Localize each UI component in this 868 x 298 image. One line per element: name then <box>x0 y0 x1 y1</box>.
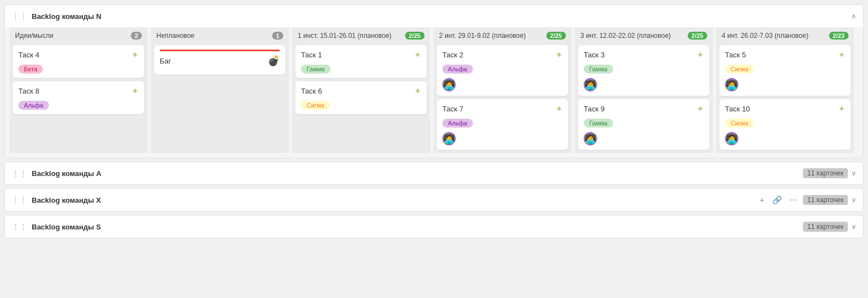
card-task1[interactable]: Таск 1 ✦ Гамма <box>295 45 427 78</box>
card-task4-title: Таск 4 <box>18 51 40 59</box>
plus-icon-x[interactable]: + <box>758 194 767 206</box>
card-task7-avatar: 🧑‍💻 <box>442 132 456 145</box>
card-task5-top: Таск 5 ✦ <box>725 50 845 60</box>
drag-handle-s[interactable]: ⋮⋮ <box>12 222 27 231</box>
link-icon-x[interactable]: 🔗 <box>770 194 784 206</box>
column-sprint2-badge: 2/25 <box>546 32 566 40</box>
column-unplanned-header: Неплановое 1 <box>151 27 289 43</box>
card-task5-title: Таск 5 <box>725 51 746 59</box>
card-task2-title: Таск 2 <box>442 51 463 59</box>
chevron-n-icon[interactable]: ∧ <box>851 12 856 20</box>
group-s-meta: 11 карточек ∨ <box>803 222 856 232</box>
column-unplanned-cards: Баг 💣 <box>151 43 289 153</box>
column-sprint3-header: 3 инт. 12.02-22.02 (плановое) 2/25 <box>575 27 713 43</box>
column-ideas-title: Идеи/мысли <box>15 32 127 40</box>
group-s: ⋮⋮ Backlog команды S 11 карточек ∨ <box>4 215 864 238</box>
chevron-x-icon[interactable]: ∨ <box>851 196 856 204</box>
group-x-header[interactable]: ⋮⋮ Backlog команды X + 🔗 ⋯ 11 карточек ∨ <box>5 189 863 211</box>
card-task7-star: ✦ <box>555 104 563 114</box>
card-task10[interactable]: Таск 10 ✦ Сигма 🧑‍💻 <box>719 99 851 150</box>
kanban-board-n: Идеи/мысли 2 Таск 4 ✦ Бета <box>5 27 863 158</box>
bug-icon: 💣 <box>268 55 280 67</box>
card-task6-tag: Сигма <box>301 101 330 110</box>
card-task3-avatar: 🧑‍💻 <box>584 78 597 91</box>
column-sprint4: 4 инт. 26.02-7.03 (плановое) 2/23 Таск 5… <box>716 27 854 153</box>
chevron-s-icon[interactable]: ∨ <box>851 223 856 231</box>
card-task4-tag: Бета <box>18 65 43 74</box>
card-task9-top: Таск 9 ✦ <box>584 104 704 114</box>
column-ideas-header: Идеи/мысли 2 <box>9 27 147 43</box>
card-task2[interactable]: Таск 2 ✦ Альфа 🧑‍💻 <box>437 45 568 96</box>
card-task2-avatar: 🧑‍💻 <box>442 78 456 91</box>
group-x-title: Backlog команды X <box>32 196 758 204</box>
group-s-title: Backlog команды S <box>32 223 803 231</box>
chevron-a-icon[interactable]: ∨ <box>851 169 856 177</box>
card-task10-avatar: 🧑‍💻 <box>725 132 738 145</box>
card-task10-star: ✦ <box>838 104 845 114</box>
card-task10-title: Таск 10 <box>725 105 750 113</box>
column-sprint1-title: 1 инст. 15.01-26.01 (плановое) <box>298 32 402 40</box>
column-sprint4-title: 4 инт. 26.02-7.03 (плановое) <box>722 32 826 40</box>
card-bug-top: Баг 💣 <box>160 55 280 67</box>
column-ideas-cards: Таск 4 ✦ Бета Таск 8 ✦ Альфа <box>9 43 147 153</box>
column-sprint3-badge: 2/25 <box>688 32 707 40</box>
card-task5[interactable]: Таск 5 ✦ Сигма 🧑‍💻 <box>719 45 851 96</box>
card-task8-top: Таск 8 ✦ <box>18 86 139 96</box>
more-icon-x[interactable]: ⋯ <box>787 194 800 206</box>
card-task8-star: ✦ <box>131 86 139 96</box>
card-task5-avatar: 🧑‍💻 <box>725 78 738 91</box>
card-task9-avatar: 🧑‍💻 <box>584 132 597 145</box>
group-a-title: Backlog команды A <box>32 169 803 178</box>
group-s-header[interactable]: ⋮⋮ Backlog команды S 11 карточек ∨ <box>5 216 863 238</box>
column-sprint3: 3 инт. 12.02-22.02 (плановое) 2/25 Таск … <box>575 27 713 153</box>
card-task8-title: Таск 8 <box>18 87 40 95</box>
card-task8-tag: Альфа <box>18 101 49 110</box>
card-task3-star: ✦ <box>697 50 704 60</box>
avatar-img-task2: 🧑‍💻 <box>442 78 456 91</box>
avatar-img-task9: 🧑‍💻 <box>584 132 597 145</box>
column-ideas: Идеи/мысли 2 Таск 4 ✦ Бета <box>9 27 147 153</box>
card-task3[interactable]: Таск 3 ✦ Гамма 🧑‍💻 <box>578 45 709 96</box>
group-n: ⋮⋮ Backlog команды N ∧ Идеи/мысли 2 Таск… <box>4 4 864 158</box>
board-container: ⋮⋮ Backlog команды N ∧ Идеи/мысли 2 Таск… <box>0 0 868 246</box>
column-sprint2-title: 2 инт. 29.01-9.02 (плановое) <box>439 32 543 40</box>
group-a: ⋮⋮ Backlog команды A 11 карточек ∨ <box>4 162 864 185</box>
group-x-meta: + 🔗 ⋯ 11 карточек ∨ <box>758 194 856 206</box>
card-task6-top: Таск 6 ✦ <box>301 86 421 96</box>
card-task9-title: Таск 9 <box>584 105 605 113</box>
group-a-meta: 11 карточек ∨ <box>803 168 856 178</box>
card-task2-top: Таск 2 ✦ <box>442 50 563 60</box>
column-unplanned: Неплановое 1 Баг 💣 <box>151 27 289 153</box>
column-sprint1-cards: Таск 1 ✦ Гамма Таск 6 ✦ Сигма <box>292 43 430 153</box>
drag-handle-x[interactable]: ⋮⋮ <box>12 196 27 204</box>
column-sprint4-header: 4 инт. 26.02-7.03 (плановое) 2/23 <box>716 27 854 43</box>
card-task5-tag: Сигма <box>725 65 754 74</box>
card-task9-star: ✦ <box>697 104 704 114</box>
column-sprint1-header: 1 инст. 15.01-26.01 (плановое) 2/25 <box>292 27 430 43</box>
card-task1-top: Таск 1 ✦ <box>301 50 421 60</box>
column-sprint2: 2 инт. 29.01-9.02 (плановое) 2/25 Таск 2… <box>433 27 571 153</box>
avatar-img-task7: 🧑‍💻 <box>442 132 456 145</box>
card-task4[interactable]: Таск 4 ✦ Бета <box>13 45 144 78</box>
card-task1-title: Таск 1 <box>301 51 322 59</box>
drag-handle-a[interactable]: ⋮⋮ <box>12 169 27 178</box>
card-task2-star: ✦ <box>555 50 563 60</box>
card-task7[interactable]: Таск 7 ✦ Альфа 🧑‍💻 <box>437 99 568 150</box>
column-unplanned-badge: 1 <box>272 32 283 40</box>
card-task6-title: Таск 6 <box>301 87 322 95</box>
group-s-count: 11 карточек <box>803 222 848 232</box>
card-task7-top: Таск 7 ✦ <box>442 104 563 114</box>
card-task9[interactable]: Таск 9 ✦ Гамма 🧑‍💻 <box>578 99 709 150</box>
column-ideas-badge: 2 <box>131 32 142 40</box>
card-task3-top: Таск 3 ✦ <box>584 50 704 60</box>
card-task5-star: ✦ <box>838 50 845 60</box>
card-task6[interactable]: Таск 6 ✦ Сигма <box>295 81 427 114</box>
drag-handle-n[interactable]: ⋮⋮ <box>12 12 27 21</box>
column-sprint4-badge: 2/23 <box>829 32 849 40</box>
card-bug[interactable]: Баг 💣 <box>154 45 285 75</box>
group-a-header[interactable]: ⋮⋮ Backlog команды A 11 карточек ∨ <box>5 162 863 184</box>
group-n-header[interactable]: ⋮⋮ Backlog команды N ∧ <box>5 5 863 27</box>
card-task4-star: ✦ <box>131 50 139 60</box>
avatar-img-task5: 🧑‍💻 <box>725 78 738 91</box>
card-task8[interactable]: Таск 8 ✦ Альфа <box>13 81 144 114</box>
